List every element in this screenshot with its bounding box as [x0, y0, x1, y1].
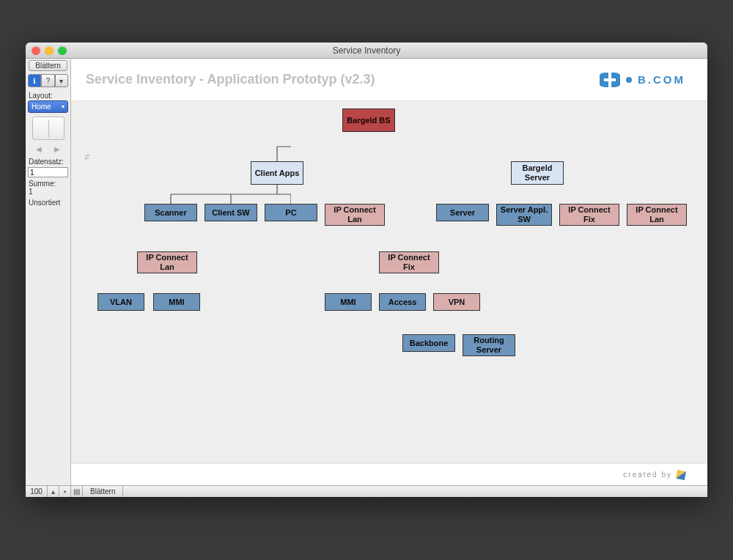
tree-node[interactable]: Bargeld Server: [511, 161, 564, 185]
main-panel: Service Inventory - Application Prototyp…: [71, 59, 707, 485]
tree-node[interactable]: IP Connect Fix: [379, 251, 439, 273]
layout-label: Layout:: [29, 92, 67, 100]
tree-node[interactable]: Scanner: [144, 204, 197, 221]
dropdown-icon[interactable]: ▾: [55, 74, 68, 87]
record-label: Datensatz:: [29, 158, 67, 166]
brand-logo: B.COM: [600, 73, 685, 87]
page-title: Service Inventory - Application Prototyp…: [86, 72, 375, 87]
sum-label: Summe: 1: [29, 180, 67, 196]
next-icon[interactable]: ▶: [54, 145, 60, 153]
tree-node[interactable]: MMI: [325, 293, 372, 311]
tree-node[interactable]: VPN: [433, 293, 480, 311]
mode-tab[interactable]: Blättern: [29, 60, 67, 71]
tree-node[interactable]: Client Apps: [251, 161, 303, 185]
help-icon[interactable]: ?: [41, 74, 54, 87]
logo-dot-icon: [626, 77, 632, 83]
app-window: Service Inventory Blättern ℹ ? ▾ Layout:…: [26, 43, 707, 497]
book-icon[interactable]: [32, 117, 65, 140]
layout-value: Home: [32, 103, 51, 111]
tree-node[interactable]: Bargeld BS: [342, 108, 395, 132]
statusbar: 100 ▴ ▪ ▤ Blättern: [26, 485, 707, 497]
footer: created by: [71, 463, 707, 485]
view-list-icon[interactable]: ▤: [71, 486, 83, 497]
sort-status: Unsortiert: [29, 199, 67, 207]
tree-node[interactable]: Access: [379, 293, 426, 311]
tree-node[interactable]: Server: [436, 204, 489, 221]
tree-node[interactable]: IP Connect Lan: [137, 251, 197, 273]
tree-node[interactable]: IP Connect Lan: [325, 204, 385, 226]
logo-mark-icon: [600, 73, 620, 87]
tree-connectors: [71, 101, 291, 211]
zoom-out-icon[interactable]: ▴: [48, 486, 59, 497]
tree-node[interactable]: MMI: [153, 293, 200, 311]
tree-node[interactable]: PC: [265, 204, 317, 221]
prev-icon[interactable]: ◀: [36, 145, 42, 153]
chevron-updown-icon: ▾: [62, 103, 65, 110]
zoom-level[interactable]: 100: [26, 486, 48, 497]
diagram-canvas: ≠ Bargeld BSClient AppsBargeld ServerSca…: [71, 101, 707, 463]
created-by-label: created by: [623, 471, 672, 479]
view-mode-icon[interactable]: ▪: [59, 486, 71, 497]
tree-node[interactable]: Server Appl. SW: [496, 204, 552, 226]
tree-node[interactable]: Client SW: [205, 204, 257, 221]
record-input[interactable]: [28, 167, 68, 177]
window-title: Service Inventory: [26, 45, 707, 56]
titlebar: Service Inventory: [26, 43, 707, 59]
tree-node[interactable]: Routing Server: [463, 334, 515, 356]
creator-logo-icon: [676, 470, 686, 480]
tree-node[interactable]: Backbone: [402, 334, 455, 352]
tree-node[interactable]: IP Connect Fix: [559, 204, 619, 226]
sidebar: Blättern ℹ ? ▾ Layout: Home ▾ ◀ ▶ Datens…: [26, 59, 71, 485]
brand-text: B.COM: [638, 73, 685, 86]
status-mode-tab[interactable]: Blättern: [83, 486, 123, 497]
tree-node[interactable]: IP Connect Lan: [627, 204, 687, 226]
info-icon[interactable]: ℹ: [28, 74, 41, 87]
layout-select[interactable]: Home ▾: [28, 100, 68, 113]
tree-node[interactable]: VLAN: [97, 293, 144, 311]
